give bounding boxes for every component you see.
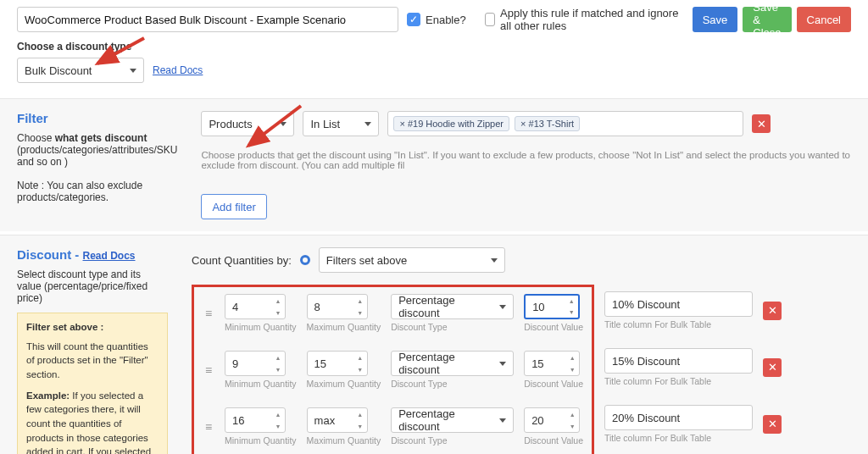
max-qty-input[interactable]: 8▲▼: [307, 294, 368, 319]
max-qty-input[interactable]: max▲▼: [307, 407, 368, 433]
discount-type-row-select[interactable]: Percentage discount: [391, 351, 514, 376]
enable-label: Enable?: [426, 14, 466, 26]
bulk-title-input[interactable]: 10% Discount: [604, 291, 753, 317]
discount-type-row-select[interactable]: Percentage discount: [391, 294, 514, 319]
ignore-rules-label: Apply this rule if matched and ignore al…: [500, 7, 684, 32]
remove-range-button[interactable]: ✕: [763, 358, 782, 377]
discount-range-row: ≡ 9▲▼ Minimum Quantity 15▲▼ Maximum Quan…: [203, 351, 583, 389]
check-icon: ✓: [407, 13, 420, 26]
remove-range-button[interactable]: ✕: [763, 302, 782, 320]
checkbox-empty-icon: [485, 13, 495, 26]
discount-type-row-select[interactable]: Percentage discount: [391, 407, 514, 433]
remove-filter-button[interactable]: ✕: [752, 114, 771, 133]
discount-range-row: ≡ 16▲▼ Minimum Quantity max▲▼ Maximum Qu…: [203, 407, 583, 446]
filter-mode-select[interactable]: In List: [303, 111, 379, 136]
remove-range-button[interactable]: ✕: [763, 415, 782, 434]
drag-handle-icon[interactable]: ≡: [203, 367, 214, 374]
cancel-button[interactable]: Cancel: [797, 7, 851, 32]
discount-heading: Discount - Read Docs: [17, 247, 168, 262]
discount-range-row: ≡ 4▲▼ Minimum Quantity 8▲▼ Maximum Quant…: [203, 294, 583, 332]
rule-name-input[interactable]: [17, 7, 398, 32]
ranges-highlight-box: ≡ 4▲▼ Minimum Quantity 8▲▼ Maximum Quant…: [192, 285, 594, 454]
discount-type-value: Bulk Discount: [25, 64, 92, 77]
discount-value-input[interactable]: 10▲▼: [524, 294, 580, 319]
save-close-button[interactable]: Save & Close: [743, 7, 791, 32]
discount-desc: Select discount type and its value (perc…: [17, 269, 168, 304]
filter-heading: Filter: [17, 111, 177, 125]
max-qty-input[interactable]: 15▲▼: [307, 351, 368, 376]
drag-handle-icon[interactable]: ≡: [203, 310, 214, 317]
filter-note: Note : You can also exclude products/cat…: [17, 180, 177, 203]
drag-handle-icon[interactable]: ≡: [203, 424, 214, 430]
filter-help-text: Choose products that get the discount us…: [201, 150, 854, 170]
chevron-down-icon: [280, 122, 287, 126]
bulk-title-input[interactable]: 15% Discount: [604, 348, 753, 374]
bulk-title-input[interactable]: 20% Discount: [604, 405, 753, 430]
filter-subject-select[interactable]: Products: [201, 111, 294, 136]
product-tag[interactable]: × #19 Hoodie with Zipper: [393, 116, 509, 131]
radio-selected-icon[interactable]: [300, 255, 310, 265]
chevron-down-icon: [130, 69, 136, 73]
filter-desc: Choose what gets discount (products/cate…: [17, 132, 177, 168]
chevron-down-icon: [499, 418, 506, 423]
discount-docs-link[interactable]: Read Docs: [83, 250, 136, 262]
count-by-select[interactable]: Filters set above: [319, 247, 505, 273]
filter-products-input[interactable]: × #19 Hoodie with Zipper × #13 T-Shirt: [387, 111, 743, 136]
chevron-down-icon: [499, 362, 506, 366]
discount-type-label: Choose a discount type: [17, 41, 851, 53]
discount-type-select[interactable]: Bulk Discount: [17, 58, 144, 83]
chevron-down-icon: [491, 258, 498, 263]
count-by-label: Count Quantities by:: [192, 254, 292, 267]
save-button[interactable]: Save: [693, 7, 738, 32]
discount-value-input[interactable]: 15▲▼: [524, 351, 580, 376]
product-tag[interactable]: × #13 T-Shirt: [515, 116, 580, 131]
min-qty-input[interactable]: 16▲▼: [225, 407, 286, 433]
read-docs-link[interactable]: Read Docs: [153, 64, 203, 76]
enable-checkbox[interactable]: ✓ Enable?: [407, 13, 466, 26]
chevron-down-icon: [499, 305, 506, 309]
chevron-down-icon: [364, 122, 371, 126]
filter-callout: Filter set above : This will count the q…: [17, 313, 168, 454]
discount-value-input[interactable]: 20▲▼: [524, 407, 580, 433]
ignore-rules-checkbox[interactable]: Apply this rule if matched and ignore al…: [485, 7, 684, 32]
min-qty-input[interactable]: 4▲▼: [225, 294, 286, 319]
add-filter-button[interactable]: Add filter: [201, 194, 266, 219]
min-qty-input[interactable]: 9▲▼: [225, 351, 286, 376]
